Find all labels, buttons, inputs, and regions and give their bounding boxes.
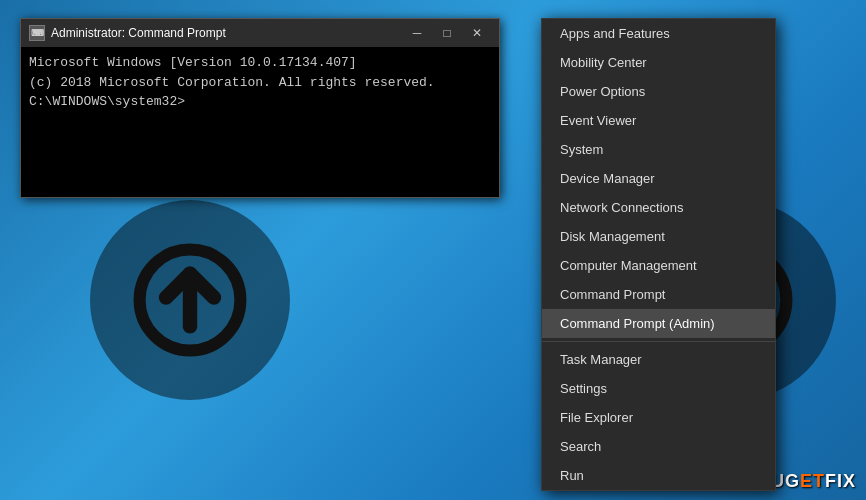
cmd-title: Administrator: Command Prompt: [51, 26, 397, 40]
watermark: UGETFIX: [771, 471, 856, 492]
cmd-body: Microsoft Windows [Version 10.0.17134.40…: [21, 47, 499, 118]
cmd-titlebar: ⌨ Administrator: Command Prompt ─ □ ✕: [21, 19, 499, 47]
menu-item-disk-management[interactable]: Disk Management: [542, 222, 775, 251]
menu-item-task-manager[interactable]: Task Manager: [542, 345, 775, 374]
menu-item-file-explorer[interactable]: File Explorer: [542, 403, 775, 432]
menu-item-settings[interactable]: Settings: [542, 374, 775, 403]
up-arrow-circle: [90, 200, 290, 400]
menu-item-network-connections[interactable]: Network Connections: [542, 193, 775, 222]
watermark-orange: ET: [800, 471, 825, 491]
menu-item-mobility-center[interactable]: Mobility Center: [542, 48, 775, 77]
menu-separator-10: [542, 341, 775, 342]
cmd-line-1: Microsoft Windows [Version 10.0.17134.40…: [29, 53, 491, 73]
menu-item-device-manager[interactable]: Device Manager: [542, 164, 775, 193]
context-menu: Apps and FeaturesMobility CenterPower Op…: [541, 18, 776, 491]
cmd-prompt: C:\WINDOWS\system32>: [29, 92, 491, 112]
menu-item-event-viewer[interactable]: Event Viewer: [542, 106, 775, 135]
menu-item-system[interactable]: System: [542, 135, 775, 164]
close-button[interactable]: ✕: [463, 23, 491, 43]
menu-item-computer-management[interactable]: Computer Management: [542, 251, 775, 280]
cmd-window: ⌨ Administrator: Command Prompt ─ □ ✕ Mi…: [20, 18, 500, 198]
watermark-suffix: FIX: [825, 471, 856, 491]
menu-item-power-options[interactable]: Power Options: [542, 77, 775, 106]
menu-item-search[interactable]: Search: [542, 432, 775, 461]
cmd-line-2: (c) 2018 Microsoft Corporation. All righ…: [29, 73, 491, 93]
menu-item-command-prompt-admin[interactable]: Command Prompt (Admin): [542, 309, 775, 338]
menu-item-command-prompt[interactable]: Command Prompt: [542, 280, 775, 309]
minimize-button[interactable]: ─: [403, 23, 431, 43]
up-arrow-icon: [130, 240, 250, 360]
cmd-icon: ⌨: [29, 25, 45, 41]
titlebar-buttons: ─ □ ✕: [403, 23, 491, 43]
menu-item-apps-and-features[interactable]: Apps and Features: [542, 19, 775, 48]
menu-item-run[interactable]: Run: [542, 461, 775, 490]
maximize-button[interactable]: □: [433, 23, 461, 43]
